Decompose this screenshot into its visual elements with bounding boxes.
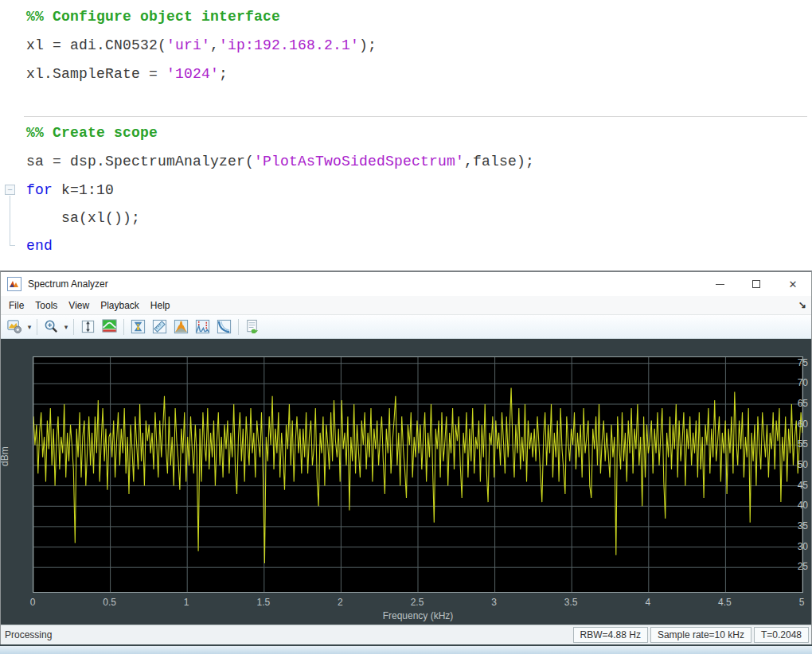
x-tick-label: 5 — [784, 597, 812, 608]
spectrum-spectrogram-toggle-button[interactable] — [100, 317, 119, 337]
menu-view[interactable]: View — [64, 298, 94, 313]
code-segment-string: 'uri' — [166, 37, 210, 53]
code-line: %% Create scope — [26, 123, 158, 143]
toolbar-separator — [73, 319, 74, 335]
maximize-icon — [752, 280, 760, 288]
spectral-mask-button[interactable] — [243, 317, 263, 337]
code-segment-comment: %% Create scope — [26, 125, 158, 141]
dock-icon[interactable]: ↘ — [798, 299, 806, 310]
y-tick-label: 70 — [781, 377, 808, 388]
code-segment-string: 'ip:192.168.2.1' — [219, 37, 359, 53]
ccdf-measurements-button[interactable] — [214, 317, 234, 337]
scope-client-area: dBm Frequency (kHz) 25303540455055606570… — [1, 339, 811, 625]
code-fold-corner — [10, 245, 15, 246]
code-segment-keyword: for — [26, 182, 53, 198]
x-tick-label: 3.5 — [553, 597, 588, 608]
code-line: %% Configure object interface — [26, 6, 280, 27]
x-tick-label: 2.5 — [400, 597, 435, 608]
toolbar-separator — [238, 319, 239, 335]
window-title: Spectrum Analyzer — [28, 278, 108, 290]
y-tick-label: 65 — [781, 398, 808, 409]
toolbar: ▾▾ — [1, 315, 811, 339]
menu-file[interactable]: File — [4, 298, 29, 313]
peak-finder-icon — [173, 318, 189, 335]
x-tick-label: 0 — [15, 597, 50, 608]
cursor-measurements-button[interactable] — [128, 317, 148, 337]
y-tick-label: 75 — [781, 357, 808, 368]
y-tick-label: 45 — [781, 480, 808, 491]
menu-bar: FileToolsViewPlaybackHelp↘ — [1, 296, 811, 315]
code-segment-plain: ); — [359, 37, 377, 53]
y-tick-label: 35 — [781, 520, 808, 531]
x-tick-label: 1 — [169, 597, 204, 608]
minimize-icon — [716, 284, 724, 285]
close-button[interactable]: ✕ — [775, 272, 811, 296]
spectral-mask-icon — [244, 318, 261, 335]
y-tick-label: 55 — [781, 438, 808, 450]
code-segment-plain: k=1:10 — [53, 182, 114, 198]
spectrum-plot-canvas[interactable] — [33, 356, 803, 593]
code-line: xl = adi.CN0532('uri','ip:192.168.2.1'); — [26, 35, 377, 56]
matlab-code-editor[interactable]: %% Configure object interfacexl = adi.CN… — [0, 0, 812, 271]
autoscale-axes-button[interactable] — [78, 317, 98, 337]
spectrum-spectrogram-toggle-icon — [101, 318, 118, 335]
code-line: xl.SampleRate = '1024'; — [26, 64, 228, 84]
distortion-measurements-icon — [194, 318, 211, 335]
status-segment: Sample rate=10 kHz — [650, 627, 751, 643]
y-tick-label: 25 — [781, 561, 808, 572]
x-tick-label: 2 — [322, 597, 357, 608]
x-tick-label: 3 — [477, 597, 512, 608]
channel-measurements-icon — [151, 318, 168, 335]
code-line: sa(xl()); — [26, 208, 140, 228]
distortion-measurements-button[interactable] — [193, 317, 213, 337]
zoom-in-dropdown[interactable]: ▾ — [62, 323, 70, 331]
zoom-in-button[interactable] — [41, 317, 61, 337]
code-segment-plain: ,false); — [464, 154, 534, 169]
menu-help[interactable]: Help — [146, 298, 175, 313]
status-bar: Processing RBW=4.88 HzSample rate=10 kHz… — [1, 625, 811, 644]
code-segment-string: 'PlotAsTwoSidedSpectrum' — [254, 154, 464, 169]
code-line: end — [26, 236, 53, 256]
status-message: Processing — [1, 629, 573, 640]
code-fold-toggle[interactable]: − — [5, 185, 15, 195]
minimize-button[interactable] — [701, 272, 738, 296]
configuration-properties-icon — [6, 318, 23, 335]
menu-playback[interactable]: Playback — [96, 298, 144, 313]
code-segment-plain: xl.SampleRate = — [26, 66, 166, 82]
spectrum-analyzer-window: Spectrum Analyzer ✕ FileToolsViewPlaybac… — [0, 271, 812, 644]
maximize-button[interactable] — [738, 272, 775, 296]
section-divider — [24, 116, 807, 117]
autoscale-axes-icon — [80, 318, 96, 335]
x-axis-label: Frequency (kHz) — [33, 610, 803, 621]
toolbar-separator — [37, 319, 37, 335]
code-segment-comment: %% Configure object interface — [26, 9, 280, 25]
configuration-properties-dropdown[interactable]: ▾ — [25, 323, 33, 331]
peak-finder-button[interactable] — [171, 317, 191, 337]
y-tick-label: 60 — [781, 418, 808, 430]
status-segment: RBW=4.88 Hz — [573, 627, 648, 643]
code-segment-string: '1024' — [166, 66, 219, 82]
y-tick-label: 40 — [781, 500, 808, 511]
zoom-in-icon — [43, 318, 60, 335]
code-segment-plain: ; — [219, 66, 228, 82]
x-tick-label: 0.5 — [92, 597, 127, 608]
channel-measurements-button[interactable] — [150, 317, 170, 337]
code-segment-plain: sa(xl()); — [26, 210, 140, 226]
matlab-app-icon — [7, 277, 21, 291]
code-line: sa = dsp.SpectrumAnalyzer('PlotAsTwoSide… — [26, 151, 534, 172]
y-axis-label: dBm — [0, 446, 10, 466]
close-icon: ✕ — [789, 278, 798, 290]
title-bar[interactable]: Spectrum Analyzer ✕ — [1, 272, 811, 296]
code-segment-plain: xl = adi.CN0532( — [26, 37, 166, 53]
code-segment-plain: sa = dsp.SpectrumAnalyzer( — [26, 154, 254, 169]
status-segment: T=0.2048 — [754, 627, 809, 643]
ccdf-measurements-icon — [216, 318, 232, 335]
cursor-measurements-icon — [130, 318, 146, 335]
window-bottom-edge — [0, 644, 812, 654]
configuration-properties-button[interactable] — [5, 317, 25, 337]
menu-tools[interactable]: Tools — [30, 298, 62, 313]
y-tick-label: 50 — [781, 459, 808, 470]
toolbar-separator — [123, 319, 124, 335]
x-tick-label: 4 — [630, 597, 666, 608]
code-segment-plain: , — [210, 37, 219, 53]
